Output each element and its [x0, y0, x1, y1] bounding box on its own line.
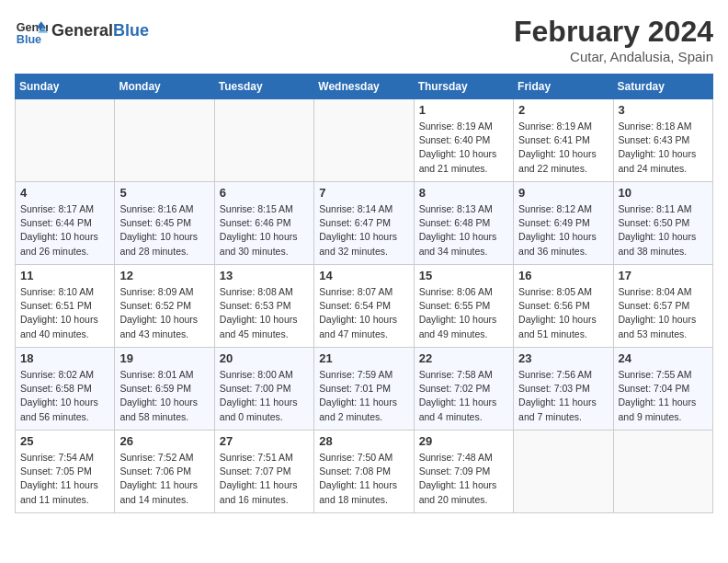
day-number: 22	[419, 351, 508, 365]
calendar-cell: 14Sunrise: 8:07 AMSunset: 6:54 PMDayligh…	[314, 265, 414, 348]
calendar-cell: 24Sunrise: 7:55 AMSunset: 7:04 PMDayligh…	[613, 348, 712, 431]
calendar-cell	[16, 99, 115, 182]
calendar-cell: 18Sunrise: 8:02 AMSunset: 6:58 PMDayligh…	[16, 348, 115, 431]
calendar-cell: 9Sunrise: 8:12 AMSunset: 6:49 PMDaylight…	[514, 182, 613, 265]
day-info: Sunrise: 7:58 AMSunset: 7:02 PMDaylight:…	[419, 368, 508, 424]
day-number: 7	[319, 186, 408, 200]
header-sunday: Sunday	[16, 75, 115, 99]
day-info: Sunrise: 8:01 AMSunset: 6:59 PMDaylight:…	[119, 368, 209, 424]
day-info: Sunrise: 8:04 AMSunset: 6:57 PMDaylight:…	[619, 285, 708, 341]
calendar-cell	[214, 99, 313, 182]
calendar-week-row: 25Sunrise: 7:54 AMSunset: 7:05 PMDayligh…	[16, 431, 713, 513]
header-monday: Monday	[115, 75, 214, 99]
day-number: 23	[518, 351, 608, 365]
day-info: Sunrise: 8:12 AMSunset: 6:49 PMDaylight:…	[518, 202, 608, 259]
header-thursday: Thursday	[414, 75, 513, 99]
day-number: 3	[619, 103, 708, 117]
title-area: February 2024 Cutar, Andalusia, Spain	[514, 15, 713, 64]
day-info: Sunrise: 8:18 AMSunset: 6:43 PMDaylight:…	[619, 120, 708, 176]
day-info: Sunrise: 8:19 AMSunset: 6:41 PMDaylight:…	[518, 120, 608, 176]
day-number: 4	[20, 186, 109, 200]
calendar-cell: 22Sunrise: 7:58 AMSunset: 7:02 PMDayligh…	[414, 348, 513, 431]
calendar-cell: 8Sunrise: 8:13 AMSunset: 6:48 PMDaylight…	[414, 182, 513, 265]
calendar-cell: 5Sunrise: 8:16 AMSunset: 6:45 PMDaylight…	[115, 182, 214, 265]
day-number: 8	[419, 186, 508, 200]
logo-blue: Blue	[113, 21, 149, 40]
logo-icon: General Blue	[15, 15, 48, 48]
calendar-cell: 12Sunrise: 8:09 AMSunset: 6:52 PMDayligh…	[115, 265, 214, 348]
calendar-cell: 1Sunrise: 8:19 AMSunset: 6:40 PMDaylight…	[414, 99, 513, 182]
day-info: Sunrise: 8:08 AMSunset: 6:53 PMDaylight:…	[220, 285, 309, 341]
calendar-cell: 3Sunrise: 8:18 AMSunset: 6:43 PMDaylight…	[613, 99, 712, 182]
day-number: 1	[419, 103, 508, 117]
day-number: 26	[119, 434, 209, 448]
day-number: 10	[619, 186, 708, 200]
day-number: 12	[119, 269, 209, 282]
calendar-week-row: 11Sunrise: 8:10 AMSunset: 6:51 PMDayligh…	[16, 265, 713, 348]
calendar-week-row: 4Sunrise: 8:17 AMSunset: 6:44 PMDaylight…	[16, 182, 713, 265]
calendar-cell: 11Sunrise: 8:10 AMSunset: 6:51 PMDayligh…	[16, 265, 115, 348]
day-number: 20	[220, 351, 309, 365]
day-info: Sunrise: 8:10 AMSunset: 6:51 PMDaylight:…	[20, 285, 109, 341]
calendar-cell: 29Sunrise: 7:48 AMSunset: 7:09 PMDayligh…	[414, 431, 513, 513]
day-info: Sunrise: 8:05 AMSunset: 6:56 PMDaylight:…	[518, 285, 608, 341]
logo: General Blue GeneralBlue	[15, 15, 149, 48]
calendar-cell: 19Sunrise: 8:01 AMSunset: 6:59 PMDayligh…	[115, 348, 214, 431]
header-wednesday: Wednesday	[314, 75, 414, 99]
calendar-cell: 20Sunrise: 8:00 AMSunset: 7:00 PMDayligh…	[214, 348, 313, 431]
calendar-week-row: 18Sunrise: 8:02 AMSunset: 6:58 PMDayligh…	[16, 348, 713, 431]
calendar-cell: 21Sunrise: 7:59 AMSunset: 7:01 PMDayligh…	[314, 348, 414, 431]
day-number: 11	[20, 269, 109, 282]
page-header: General Blue GeneralBlue February 2024 C…	[15, 15, 713, 64]
day-info: Sunrise: 8:06 AMSunset: 6:55 PMDaylight:…	[419, 285, 508, 341]
calendar-cell	[613, 431, 712, 513]
calendar-cell: 10Sunrise: 8:11 AMSunset: 6:50 PMDayligh…	[613, 182, 712, 265]
day-info: Sunrise: 8:16 AMSunset: 6:45 PMDaylight:…	[119, 202, 209, 259]
calendar-cell	[514, 431, 613, 513]
calendar-cell: 4Sunrise: 8:17 AMSunset: 6:44 PMDaylight…	[16, 182, 115, 265]
day-number: 15	[419, 269, 508, 282]
day-info: Sunrise: 7:50 AMSunset: 7:08 PMDaylight:…	[319, 451, 408, 507]
calendar-cell: 7Sunrise: 8:14 AMSunset: 6:47 PMDaylight…	[314, 182, 414, 265]
day-info: Sunrise: 7:59 AMSunset: 7:01 PMDaylight:…	[319, 368, 408, 424]
day-number: 13	[220, 269, 309, 282]
day-number: 21	[319, 351, 408, 365]
day-number: 14	[319, 269, 408, 282]
day-info: Sunrise: 8:09 AMSunset: 6:52 PMDaylight:…	[119, 285, 209, 341]
calendar-body: 1Sunrise: 8:19 AMSunset: 6:40 PMDaylight…	[16, 99, 713, 513]
calendar-header: Sunday Monday Tuesday Wednesday Thursday…	[16, 75, 713, 99]
header-row: Sunday Monday Tuesday Wednesday Thursday…	[16, 75, 713, 99]
day-info: Sunrise: 8:11 AMSunset: 6:50 PMDaylight:…	[619, 202, 708, 259]
month-year-title: February 2024	[514, 15, 713, 49]
day-info: Sunrise: 8:02 AMSunset: 6:58 PMDaylight:…	[20, 368, 109, 424]
day-number: 5	[119, 186, 209, 200]
day-info: Sunrise: 8:15 AMSunset: 6:46 PMDaylight:…	[220, 202, 309, 259]
header-tuesday: Tuesday	[214, 75, 313, 99]
calendar-cell: 23Sunrise: 7:56 AMSunset: 7:03 PMDayligh…	[514, 348, 613, 431]
day-info: Sunrise: 8:17 AMSunset: 6:44 PMDaylight:…	[20, 202, 109, 259]
day-info: Sunrise: 8:14 AMSunset: 6:47 PMDaylight:…	[319, 202, 408, 259]
calendar-cell: 25Sunrise: 7:54 AMSunset: 7:05 PMDayligh…	[16, 431, 115, 513]
day-info: Sunrise: 8:19 AMSunset: 6:40 PMDaylight:…	[419, 120, 508, 176]
day-info: Sunrise: 8:13 AMSunset: 6:48 PMDaylight:…	[419, 202, 508, 259]
day-info: Sunrise: 7:48 AMSunset: 7:09 PMDaylight:…	[419, 451, 508, 507]
calendar-cell: 15Sunrise: 8:06 AMSunset: 6:55 PMDayligh…	[414, 265, 513, 348]
calendar-cell: 26Sunrise: 7:52 AMSunset: 7:06 PMDayligh…	[115, 431, 214, 513]
calendar-cell	[314, 99, 414, 182]
calendar-table: Sunday Monday Tuesday Wednesday Thursday…	[15, 74, 713, 513]
day-number: 24	[619, 351, 708, 365]
day-number: 2	[518, 103, 608, 117]
calendar-cell: 6Sunrise: 8:15 AMSunset: 6:46 PMDaylight…	[214, 182, 313, 265]
location-subtitle: Cutar, Andalusia, Spain	[514, 49, 713, 64]
logo-text-line1: GeneralBlue	[51, 22, 149, 40]
day-info: Sunrise: 7:56 AMSunset: 7:03 PMDaylight:…	[518, 368, 608, 424]
day-info: Sunrise: 7:54 AMSunset: 7:05 PMDaylight:…	[20, 451, 109, 507]
calendar-cell	[115, 99, 214, 182]
calendar-week-row: 1Sunrise: 8:19 AMSunset: 6:40 PMDaylight…	[16, 99, 713, 182]
day-number: 25	[20, 434, 109, 448]
day-number: 17	[619, 269, 708, 282]
day-number: 28	[319, 434, 408, 448]
day-number: 29	[419, 434, 508, 448]
day-number: 19	[119, 351, 209, 365]
day-number: 16	[518, 269, 608, 282]
